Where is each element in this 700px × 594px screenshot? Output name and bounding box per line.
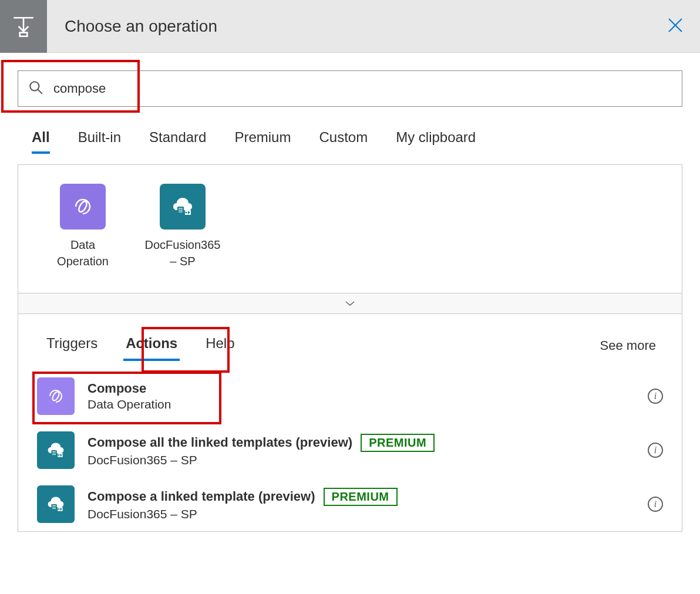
subtab-actions[interactable]: Actions (123, 330, 180, 361)
action-title: Compose (88, 381, 146, 396)
expand-toggle[interactable] (18, 293, 682, 314)
svg-point-15 (51, 391, 60, 402)
action-text: ComposeData Operation (88, 381, 648, 411)
tab-premium[interactable]: Premium (234, 129, 291, 154)
svg-point-21 (58, 454, 60, 456)
see-more-link[interactable]: See more (600, 338, 656, 353)
svg-line-6 (38, 89, 42, 94)
subtabs: TriggersActionsHelp (44, 330, 237, 361)
action-subtitle: DocFusion365 – SP (88, 453, 648, 467)
action-item[interactable]: ComposeData Operationi (30, 369, 670, 423)
action-title: Compose all the linked templates (previe… (88, 435, 352, 450)
info-icon[interactable]: i (648, 497, 663, 512)
svg-point-5 (30, 82, 39, 90)
svg-rect-8 (177, 207, 184, 215)
docfusion-icon (160, 184, 206, 230)
svg-rect-23 (52, 504, 57, 511)
connector-label: DocFusion365 – SP (145, 237, 221, 269)
svg-rect-2 (20, 32, 28, 36)
action-text: Compose all the linked templates (previe… (88, 434, 648, 467)
info-icon[interactable]: i (648, 389, 663, 404)
operation-header-icon (0, 0, 47, 53)
action-item[interactable]: Compose a linked template (preview)PREMI… (30, 477, 670, 531)
close-icon[interactable] (667, 17, 684, 36)
svg-point-28 (58, 508, 60, 510)
search-wrapper (18, 70, 682, 107)
docfusion-icon (37, 431, 75, 469)
dialog-header: Choose an operation (0, 0, 700, 53)
connector-docfusion[interactable]: DocFusion365 – SP (147, 184, 218, 269)
action-subtitle: Data Operation (88, 397, 648, 411)
data-operation-icon (37, 377, 75, 415)
tab-all[interactable]: All (32, 129, 50, 154)
svg-point-13 (186, 212, 187, 214)
connector-data-operation[interactable]: Data Operation (48, 184, 118, 269)
subtabs-row: TriggersActionsHelp See more (18, 314, 682, 361)
data-operation-icon (60, 184, 106, 230)
tab-built-in[interactable]: Built-in (78, 129, 121, 154)
dialog-title: Choose an operation (65, 17, 217, 36)
connector-label: Data Operation (48, 237, 118, 269)
action-title: Compose a linked template (preview) (88, 489, 315, 504)
info-icon[interactable]: i (648, 443, 663, 458)
action-subtitle: DocFusion365 – SP (88, 507, 648, 521)
action-item[interactable]: Compose all the linked templates (previe… (30, 423, 670, 477)
svg-point-7 (78, 200, 89, 213)
search-input[interactable] (18, 70, 682, 107)
tab-my-clipboard[interactable]: My clipboard (396, 129, 476, 154)
results-panel: Data OperationDocFusion365 – SP Triggers… (18, 164, 682, 532)
premium-badge: PREMIUM (361, 434, 435, 452)
tab-custom[interactable]: Custom (319, 129, 368, 154)
actions-list: ComposeData OperationiCompose all the li… (18, 361, 682, 531)
subtab-help[interactable]: Help (203, 330, 237, 361)
action-text: Compose a linked template (preview)PREMI… (88, 488, 648, 521)
premium-badge: PREMIUM (324, 488, 398, 506)
svg-rect-16 (52, 450, 57, 457)
category-tabs: AllBuilt-inStandardPremiumCustomMy clipb… (32, 129, 700, 154)
tab-standard[interactable]: Standard (149, 129, 206, 154)
connectors-row: Data OperationDocFusion365 – SP (18, 165, 682, 293)
docfusion-icon (37, 485, 75, 523)
subtab-triggers[interactable]: Triggers (44, 330, 100, 361)
search-icon (28, 80, 43, 97)
